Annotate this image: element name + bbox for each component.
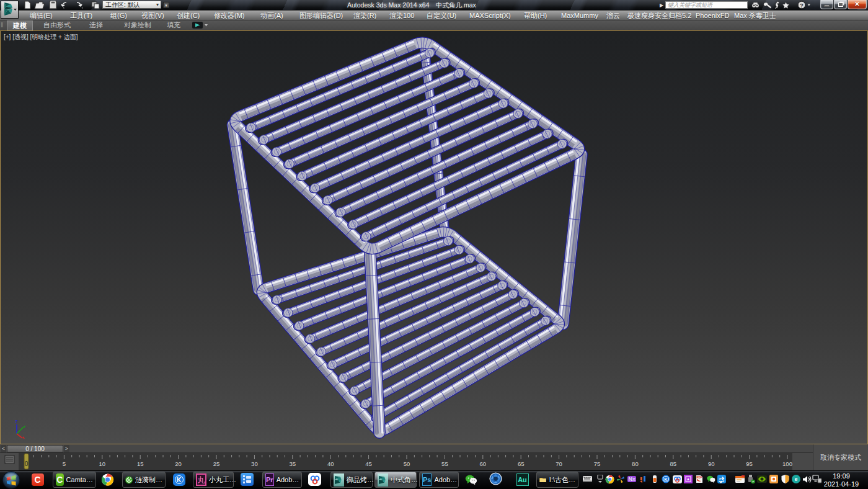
svg-text:60: 60 <box>480 460 487 467</box>
svg-text:95: 95 <box>746 460 753 467</box>
svg-text:45: 45 <box>365 460 372 467</box>
svg-text:20: 20 <box>175 460 182 467</box>
svg-text:z: z <box>15 418 18 424</box>
svg-text:80: 80 <box>632 460 639 467</box>
svg-text:?: ? <box>800 2 804 9</box>
svg-text:50: 50 <box>404 460 410 467</box>
svg-text:0: 0 <box>25 460 29 467</box>
svg-text:35: 35 <box>290 460 296 467</box>
svg-text:K: K <box>664 477 668 482</box>
svg-text:25: 25 <box>213 460 220 467</box>
svg-text:70: 70 <box>556 460 562 467</box>
svg-text:65: 65 <box>518 460 525 467</box>
svg-text:75: 75 <box>594 460 601 467</box>
svg-text:5: 5 <box>63 460 66 467</box>
svg-text:90: 90 <box>708 460 715 467</box>
svg-text:PDF: PDF <box>697 476 702 479</box>
svg-text:e: e <box>795 475 798 482</box>
svg-text:85: 85 <box>670 460 677 467</box>
svg-text:30: 30 <box>251 460 258 467</box>
svg-text:100: 100 <box>782 460 792 467</box>
svg-text:40: 40 <box>327 460 334 467</box>
svg-text:10: 10 <box>99 460 106 467</box>
svg-text:15: 15 <box>137 460 144 467</box>
svg-text:55: 55 <box>441 460 448 467</box>
